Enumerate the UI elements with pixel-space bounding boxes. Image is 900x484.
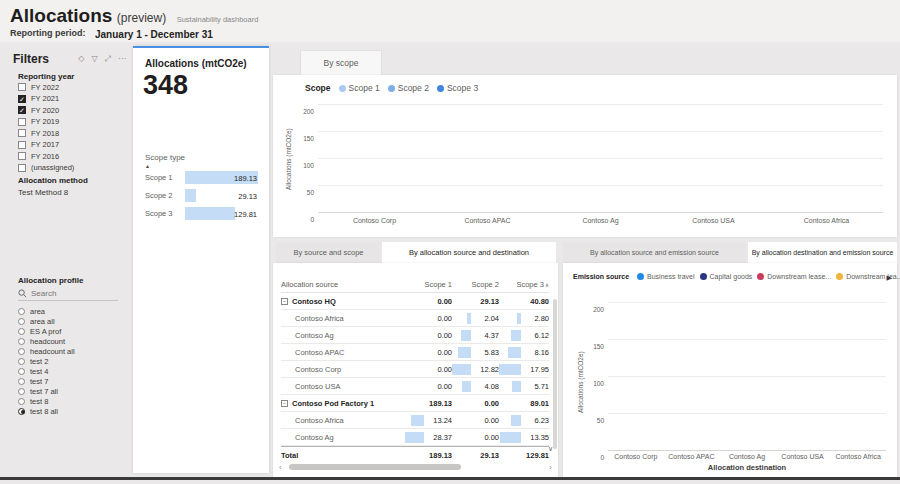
scroll-left-icon[interactable]: ‹ (279, 463, 289, 472)
table-row[interactable]: Contoso Africa13.240.006.23 (281, 412, 549, 429)
vertical-scrollbar[interactable] (553, 299, 557, 449)
table-cell: 189.13 (405, 399, 452, 408)
table-row[interactable]: Contoso Africa0.002.042.80 (281, 310, 549, 327)
tab-by-source-and-scope[interactable]: By source and scope (276, 242, 381, 263)
radio-button[interactable] (18, 328, 25, 335)
checkbox[interactable] (18, 141, 26, 149)
checkbox[interactable] (18, 129, 26, 137)
emission-plot: 050100150200 (608, 303, 886, 451)
checkbox-label: FY 2022 (31, 83, 59, 92)
radio-button[interactable] (18, 408, 25, 415)
table-row[interactable]: Contoso Corp0.0012.8217.95 (281, 361, 549, 378)
legend-item[interactable]: Scope 2 (388, 83, 429, 93)
radio-label: headcount all (30, 347, 75, 356)
table-cell: 29.13 (452, 451, 499, 460)
expand-icon[interactable]: ⤢ (105, 54, 111, 64)
app-name: Sustainability dashboard (177, 15, 259, 24)
table-cell: 129.81 (499, 451, 549, 460)
cell-value: 89.01 (523, 399, 549, 408)
tab-by-allocation-destination-and-emission-source[interactable]: By allocation destination and emission s… (748, 242, 897, 263)
reporting-year-option: ✓FY 2021 (18, 94, 126, 104)
reporting-year-option: ✓FY 2020 (18, 105, 126, 115)
radio-label: test 7 all (30, 387, 58, 396)
allocation-profile-option: headcount all (18, 346, 126, 356)
radio-button[interactable] (18, 338, 25, 345)
scrollbar-thumb[interactable] (289, 464, 461, 470)
radio-button[interactable] (18, 368, 25, 375)
collapse-icon[interactable]: − (281, 400, 288, 407)
checkbox[interactable] (18, 164, 26, 172)
column-header-scope[interactable]: Scope 2 (452, 280, 499, 289)
cell-value: 0.00 (426, 314, 452, 323)
scroll-right-icon[interactable]: › (542, 463, 552, 472)
table-cell: 0.00 (452, 399, 499, 408)
radio-button[interactable] (18, 398, 25, 405)
data-bar[interactable] (185, 189, 196, 202)
search-input[interactable] (31, 289, 111, 298)
x-category-label: Contoso USA (775, 453, 831, 460)
cell-data-bar (462, 381, 471, 392)
table-row[interactable]: −Contoso HQ0.0029.1340.80 (281, 293, 549, 310)
table-row[interactable]: Contoso USA0.004.085.71 (281, 378, 549, 395)
radio-button[interactable] (18, 308, 25, 315)
table-row[interactable]: −Contoso Pod Factory 1189.130.0089.01 (281, 395, 549, 412)
row-name-cell: −Contoso HQ (281, 297, 405, 306)
cell-data-bar (405, 432, 424, 443)
row-name-cell: Contoso Ag (281, 433, 405, 442)
scope-type-column-header[interactable]: Scope type (145, 153, 185, 162)
eraser-icon[interactable]: ◇ (78, 54, 84, 64)
checkbox[interactable] (18, 152, 26, 160)
tab-by-allocation-source-and-emission-source[interactable]: By allocation source and emission source (563, 242, 746, 263)
cell-value: 0.00 (473, 416, 499, 425)
column-header-scope[interactable]: Scope 1 (405, 280, 452, 289)
radio-button[interactable] (18, 378, 25, 385)
table-row[interactable]: Contoso Ag28.370.0013.35 (281, 429, 549, 446)
x-category-label: Contoso Ag (544, 217, 657, 224)
reporting-year-checkbox-list: FY 2022✓FY 2021✓FY 2020FY 2019FY 2018FY … (18, 82, 126, 174)
table-cell: 0.00 (452, 416, 499, 425)
search-box (18, 287, 118, 301)
row-name: Total (281, 451, 298, 460)
radio-button[interactable] (18, 318, 25, 325)
cell-value: 5.83 (473, 348, 499, 357)
cell-value: 4.37 (473, 331, 499, 340)
legend-item[interactable]: Scope 1 (339, 83, 380, 93)
cell-value: 0.00 (426, 297, 452, 306)
data-bar[interactable] (185, 207, 235, 220)
column-header-scope[interactable]: Scope 3∧ (499, 280, 549, 289)
table-row[interactable]: Contoso APAC0.005.838.16 (281, 344, 549, 361)
table-row[interactable]: Contoso Ag0.004.376.12 (281, 327, 549, 344)
cell-value: 8.16 (523, 348, 549, 357)
radio-button[interactable] (18, 348, 25, 355)
legend-item[interactable]: Business travel (637, 273, 694, 280)
checkbox-label: FY 2021 (31, 94, 59, 103)
cell-data-bar (512, 381, 521, 392)
table-cell: 13.24 (405, 415, 452, 426)
radio-button[interactable] (18, 388, 25, 395)
legend-item[interactable]: Downstream lease... (757, 273, 831, 280)
reporting-year-option: FY 2018 (18, 128, 126, 138)
checkbox-label: FY 2017 (31, 140, 59, 149)
column-header-allocation-source[interactable]: Allocation source (281, 280, 405, 289)
checkbox[interactable] (18, 118, 26, 126)
scrollbar-track[interactable] (289, 464, 542, 470)
collapse-icon[interactable]: − (281, 298, 288, 305)
cell-value: 0.00 (426, 365, 452, 374)
checkbox[interactable]: ✓ (18, 106, 26, 114)
column-header-label: Scope 1 (424, 280, 452, 289)
checkbox[interactable]: ✓ (18, 95, 26, 103)
legend-next-arrow-icon[interactable]: ▶ (887, 274, 892, 282)
legend-item[interactable]: Scope 3 (437, 83, 478, 93)
legend-label: Scope 1 (349, 83, 380, 93)
radio-button[interactable] (18, 358, 25, 365)
filter-icon[interactable]: ▽ (91, 54, 97, 64)
checkbox[interactable] (18, 83, 26, 91)
scope-type-label: Scope 1 (145, 173, 173, 182)
horizontal-scrollbar: ‹ › (279, 463, 552, 471)
tab-by-allocation-source-and-destination[interactable]: By allocation source and destination (382, 242, 556, 263)
data-bar-zone: 189.13 (185, 171, 258, 184)
tab-by-scope[interactable]: By scope (300, 50, 382, 75)
scope-legend: Scope Scope 1Scope 2Scope 3 (305, 83, 486, 93)
more-icon[interactable]: ⋯ (118, 54, 126, 64)
legend-item[interactable]: Capital goods (700, 273, 753, 280)
